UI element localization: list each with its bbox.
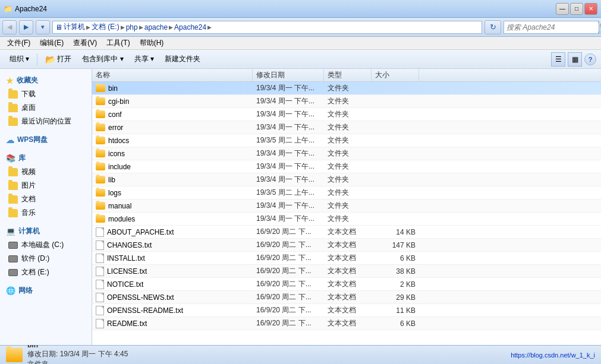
table-row[interactable]: INSTALL.txt 16/9/20 周二 下... 文本文档 6 KB	[92, 252, 601, 265]
path-php[interactable]: php	[126, 23, 138, 31]
library-header[interactable]: 📚 库	[0, 151, 92, 165]
hdd-e-icon	[8, 269, 18, 276]
back-button[interactable]: ◀	[2, 20, 17, 34]
sidebar-item-downloads[interactable]: 下载	[0, 87, 92, 101]
file-cell-name: include	[92, 162, 253, 172]
help-button[interactable]: ?	[584, 53, 596, 65]
organize-label: 组织 ▾	[10, 54, 29, 64]
file-cell-size: 29 KB	[372, 292, 419, 303]
file-cell-size	[372, 218, 419, 220]
table-row[interactable]: error 19/3/4 周一 下午... 文件夹	[92, 121, 601, 134]
path-edrive[interactable]: 文档 (E:)	[92, 22, 119, 32]
table-row[interactable]: cgi-bin 19/3/4 周一 下午... 文件夹	[92, 95, 601, 108]
path-arrow-5: ▶	[207, 24, 212, 30]
network-header[interactable]: 🌐 网络	[0, 284, 92, 297]
menu-view[interactable]: 查看(V)	[68, 37, 102, 49]
wps-header[interactable]: ☁ WPS网盘	[0, 133, 92, 147]
table-row[interactable]: OPENSSL-README.txt 16/9/20 周二 下... 文本文档 …	[92, 304, 601, 317]
file-cell-type: 文本文档	[324, 317, 372, 330]
txt-file-icon	[96, 254, 104, 263]
txt-file-icon	[96, 306, 104, 315]
open-button[interactable]: 📂 打开	[40, 52, 76, 67]
table-row[interactable]: LICENSE.txt 16/9/20 周二 下... 文本文档 38 KB	[92, 265, 601, 278]
include-library-button[interactable]: 包含到库中 ▾	[77, 52, 128, 67]
organize-button[interactable]: 组织 ▾	[5, 52, 34, 67]
favorites-header[interactable]: ★ 收藏夹	[0, 74, 92, 87]
folder-open-icon: 📂	[45, 55, 55, 64]
refresh-button[interactable]: ↻	[484, 20, 501, 34]
file-cell-type: 文件夹	[324, 121, 372, 134]
file-cell-size: 14 KB	[372, 227, 419, 238]
path-apache24[interactable]: Apache24	[174, 23, 206, 31]
dropdown-button[interactable]: ▾	[36, 20, 50, 34]
status-link[interactable]: https://blog.csdn.net/w_1_k_i	[511, 352, 595, 359]
table-row[interactable]: ABOUT_APACHE.txt 16/9/20 周二 下... 文本文档 14…	[92, 226, 601, 239]
table-row[interactable]: lib 19/3/4 周一 下午... 文件夹	[92, 173, 601, 186]
sidebar-item-desktop[interactable]: 桌面	[0, 101, 92, 115]
sidebar-item-pictures[interactable]: 图片	[0, 179, 92, 192]
computer-header[interactable]: 💻 计算机	[0, 224, 92, 238]
view-details-button[interactable]: ☰	[551, 52, 565, 67]
table-row[interactable]: include 19/3/4 周一 下午... 文件夹	[92, 160, 601, 173]
col-header-date[interactable]: 修改日期	[253, 69, 324, 82]
search-box: 🔍	[504, 21, 599, 34]
path-computer[interactable]: 🖥 计算机	[55, 22, 85, 32]
maximize-button[interactable]: □	[570, 3, 583, 15]
address-path[interactable]: 🖥 计算机 ▶ 文档 (E:) ▶ php ▶ apache ▶ Apache2…	[52, 21, 482, 34]
menu-edit[interactable]: 编辑(E)	[35, 37, 68, 49]
file-cell-type: 文件夹	[324, 147, 372, 160]
close-button[interactable]: ✕	[584, 3, 597, 15]
new-folder-button[interactable]: 新建文件夹	[160, 52, 205, 67]
table-row[interactable]: logs 19/3/5 周二 上午... 文件夹	[92, 186, 601, 200]
title-bar-left: 📁 Apache24	[4, 5, 47, 13]
library-section: 📚 库 视频 图片 文档 音乐	[0, 151, 92, 220]
search-input[interactable]	[504, 23, 599, 31]
minimize-button[interactable]: —	[556, 3, 569, 15]
col-header-name[interactable]: 名称	[92, 69, 253, 82]
file-cell-name: bin	[92, 83, 253, 94]
folder-icon-sm	[96, 137, 105, 144]
sidebar-item-music[interactable]: 音乐	[0, 206, 92, 220]
file-cell-size	[372, 153, 419, 155]
table-row[interactable]: CHANGES.txt 16/9/20 周二 下... 文本文档 147 KB	[92, 239, 601, 252]
share-button[interactable]: 共享 ▾	[130, 52, 159, 67]
sidebar-item-edrive[interactable]: 文档 (E:)	[0, 265, 92, 279]
file-cell-name: cgi-bin	[92, 96, 253, 107]
table-row[interactable]: icons 19/3/4 周一 下午... 文件夹	[92, 147, 601, 160]
file-cell-date: 19/3/5 周二 上午...	[253, 134, 324, 147]
table-row[interactable]: NOTICE.txt 16/9/20 周二 下... 文本文档 2 KB	[92, 278, 601, 291]
sidebar-item-documents[interactable]: 文档	[0, 192, 92, 206]
file-cell-name: modules	[92, 214, 253, 224]
hdd-c-icon	[8, 242, 18, 249]
table-row[interactable]: conf 19/3/4 周一 下午... 文件夹	[92, 108, 601, 121]
file-cell-date: 16/9/20 周二 下...	[253, 278, 324, 290]
file-cell-type: 文件夹	[324, 173, 372, 186]
table-row[interactable]: modules 19/3/4 周一 下午... 文件夹	[92, 213, 601, 226]
sidebar-item-cdrive[interactable]: 本地磁盘 (C:)	[0, 238, 92, 252]
sidebar-item-video[interactable]: 视频	[0, 165, 92, 179]
table-row[interactable]: OPENSSL-NEWS.txt 16/9/20 周二 下... 文本文档 29…	[92, 291, 601, 304]
table-row[interactable]: htdocs 19/3/5 周二 上午... 文件夹	[92, 134, 601, 147]
search-button[interactable]: 🔍	[599, 21, 601, 34]
sidebar-item-recent[interactable]: 最近访问的位置	[0, 115, 92, 128]
folder-music-icon	[8, 209, 18, 217]
table-row[interactable]: manual 19/3/4 周一 下午... 文件夹	[92, 200, 601, 213]
file-cell-name: OPENSSL-NEWS.txt	[92, 292, 253, 303]
status-bar: bin 修改日期: 19/3/4 周一 下午 4:45 文件夹 https://…	[0, 345, 601, 364]
view-pane-button[interactable]: ▦	[568, 52, 582, 67]
menu-file[interactable]: 文件(F)	[2, 37, 35, 49]
file-list-header: 名称 修改日期 类型 大小	[92, 69, 601, 82]
file-cell-name: logs	[92, 188, 253, 198]
file-cell-date: 19/3/5 周二 上午...	[253, 186, 324, 199]
sidebar-item-ddrive[interactable]: 软件 (D:)	[0, 252, 92, 265]
txt-file-icon	[96, 240, 104, 250]
table-row[interactable]: README.txt 16/9/20 周二 下... 文本文档 6 KB	[92, 317, 601, 330]
forward-button[interactable]: ▶	[19, 20, 33, 34]
table-row[interactable]: bin 19/3/4 周一 下午... 文件夹	[92, 82, 601, 95]
col-header-size[interactable]: 大小	[372, 69, 419, 82]
menu-tools[interactable]: 工具(T)	[102, 37, 134, 49]
col-header-type[interactable]: 类型	[324, 69, 372, 82]
file-cell-type: 文本文档	[324, 304, 372, 316]
path-apache[interactable]: apache	[144, 23, 168, 31]
menu-help[interactable]: 帮助(H)	[135, 37, 169, 49]
